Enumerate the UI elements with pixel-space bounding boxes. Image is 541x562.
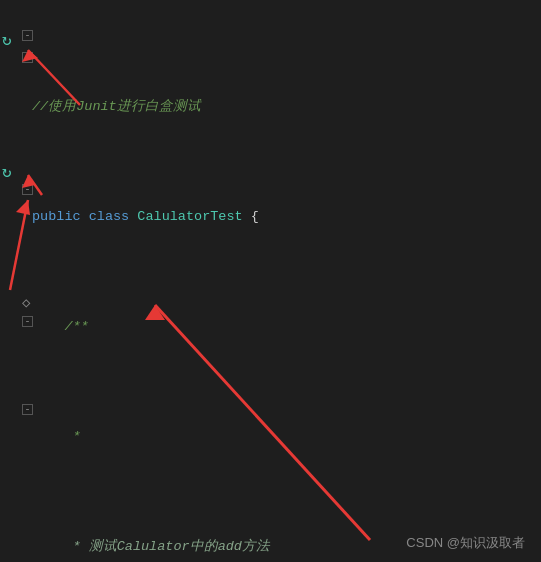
kw-class: class (89, 206, 138, 228)
comment-junit: //使用Junit进行白盒测试 (32, 96, 201, 118)
watermark: CSDN @知识汲取者 (406, 534, 525, 552)
indent-3 (32, 536, 73, 558)
cls-name: CalulatorTest (137, 206, 242, 228)
indent-1 (32, 316, 64, 338)
javadoc-star: * (73, 426, 81, 448)
editor: ↻ - - ↻ - ◇ - - //使用Junit进行白盒测试 pub (0, 0, 541, 562)
line-javadoc-open: /** (32, 316, 525, 338)
gutter: ↻ - - ↻ - ◇ - - (0, 8, 28, 562)
sync-icon-2: ↻ (2, 162, 12, 182)
kw-public-1: public (32, 206, 89, 228)
fold-icon-class[interactable]: - (22, 30, 33, 41)
fold-icon-javadoc[interactable]: - (22, 52, 33, 63)
sync-icon-1: ↻ (2, 30, 12, 50)
line-javadoc-star: * (32, 426, 525, 448)
fold-icon-method[interactable]: - (22, 184, 33, 195)
code-lines: //使用Junit进行白盒测试 public class CalulatorTe… (28, 8, 541, 562)
diamond-icon: ◇ (22, 294, 30, 311)
brace-open-class: { (243, 206, 259, 228)
fold-icon-close[interactable]: - (22, 404, 33, 415)
line-comment-junit: //使用Junit进行白盒测试 (32, 96, 525, 118)
line-class-decl: public class CalulatorTest { (32, 206, 525, 228)
code-area: ↻ - - ↻ - ◇ - - //使用Junit进行白盒测试 pub (0, 0, 541, 562)
indent-2 (32, 426, 73, 448)
javadoc-open: /** (64, 316, 88, 338)
javadoc-desc: * 测试Calulator中的add方法 (73, 536, 270, 558)
